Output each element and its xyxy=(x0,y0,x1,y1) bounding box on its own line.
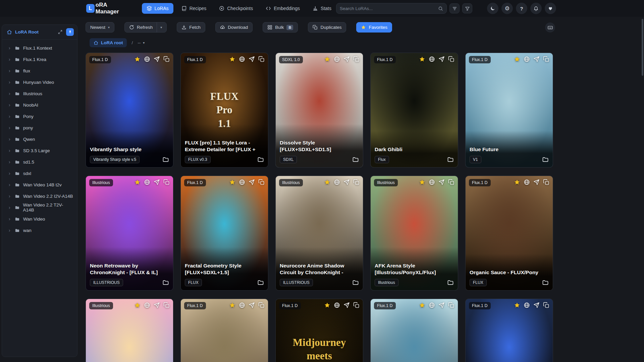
lora-card[interactable]: Flux.1 D Vibrantly Sharp style Vibrantl xyxy=(86,53,173,168)
folder-tree-item[interactable]: › Illustrious xyxy=(2,88,77,99)
chevron-right-icon[interactable]: › xyxy=(9,205,11,210)
chevron-right-icon[interactable]: › xyxy=(9,171,11,176)
folder-tree-item[interactable]: › Pony xyxy=(2,111,77,122)
open-folder-icon[interactable] xyxy=(542,279,549,286)
lora-card[interactable]: Midjourney meets FLUX Flux.1 D xyxy=(275,299,363,362)
send-icon[interactable] xyxy=(343,56,350,62)
copy-icon[interactable] xyxy=(448,56,454,62)
sidebar-root-label[interactable]: LoRA Root xyxy=(15,29,39,35)
lora-card[interactable]: Flux.1 D Dark Ghibli Flux xyxy=(370,53,458,168)
notifications-button[interactable] xyxy=(530,3,542,14)
chevron-right-icon[interactable]: › xyxy=(9,148,11,153)
send-icon[interactable] xyxy=(533,179,540,185)
lora-card[interactable]: Flux.1 D xyxy=(180,299,268,362)
expand-all-icon[interactable] xyxy=(58,29,63,35)
folder-tree-item[interactable]: › flux xyxy=(2,65,77,76)
breadcrumb-root[interactable]: LoRA root xyxy=(90,38,127,47)
support-button[interactable] xyxy=(545,3,556,14)
page-scrollbar[interactable] xyxy=(642,19,643,360)
chevron-right-icon[interactable]: › xyxy=(9,125,11,130)
send-icon[interactable] xyxy=(438,302,445,308)
folder-tree-item[interactable]: › Wan Video 14B t2v xyxy=(2,179,77,190)
app-logo[interactable]: L oRA Manager xyxy=(86,2,130,15)
lora-card[interactable]: FLUX Pro 1.1 Flux.1 D FLUX [pro] 1.1 Sty… xyxy=(180,53,268,168)
folder-tree-item[interactable]: › Qwen xyxy=(2,133,77,145)
chevron-right-icon[interactable]: › xyxy=(9,91,11,96)
copy-icon[interactable] xyxy=(258,179,265,185)
favorite-star-icon[interactable] xyxy=(229,302,235,308)
lora-card[interactable]: Illustrious Neon Retrowave by ChronoKnig… xyxy=(86,176,173,291)
bulk-button[interactable]: Bulk B xyxy=(263,22,298,33)
copy-icon[interactable] xyxy=(163,56,170,62)
favorite-star-icon[interactable] xyxy=(419,302,425,308)
send-icon[interactable] xyxy=(533,56,540,62)
open-folder-icon[interactable] xyxy=(162,279,169,286)
lora-card[interactable]: Flux.1 D xyxy=(370,299,458,362)
open-folder-icon[interactable] xyxy=(352,279,359,286)
globe-icon[interactable] xyxy=(144,56,150,62)
folder-tree-item[interactable]: › SD 3.5 Large xyxy=(2,145,77,156)
chevron-right-icon[interactable]: › xyxy=(9,46,11,50)
open-folder-icon[interactable] xyxy=(162,156,169,163)
send-icon[interactable] xyxy=(533,302,540,308)
copy-icon[interactable] xyxy=(543,302,549,308)
favorite-star-icon[interactable] xyxy=(229,179,235,185)
folder-tree-item[interactable]: › sdxl xyxy=(2,168,77,179)
favorite-star-icon[interactable] xyxy=(324,179,330,185)
lora-card[interactable]: Illustrious AFK Arena Style [Illustrious… xyxy=(370,176,458,291)
copy-icon[interactable] xyxy=(543,179,549,185)
lora-card[interactable]: Flux.1 D xyxy=(465,299,553,362)
open-folder-icon[interactable] xyxy=(447,279,454,286)
chevron-right-icon[interactable]: › xyxy=(9,68,11,73)
copy-icon[interactable] xyxy=(353,302,360,308)
filter-button[interactable] xyxy=(462,3,472,13)
chevron-right-icon[interactable]: › xyxy=(9,80,11,84)
copy-icon[interactable] xyxy=(543,56,549,62)
chevron-right-icon[interactable]: › xyxy=(9,103,11,107)
globe-icon[interactable] xyxy=(239,302,245,308)
globe-icon[interactable] xyxy=(144,302,150,308)
send-icon[interactable] xyxy=(154,56,160,62)
send-icon[interactable] xyxy=(438,179,445,185)
nav-item-recipes[interactable]: Recipes xyxy=(177,3,211,14)
send-icon[interactable] xyxy=(343,179,350,185)
globe-icon[interactable] xyxy=(334,302,340,308)
copy-icon[interactable] xyxy=(163,302,170,308)
lora-card[interactable]: Flux.1 D Fractal Geometry Style [FLUX+SD… xyxy=(180,176,268,291)
favorite-star-icon[interactable] xyxy=(229,56,235,62)
chevron-right-icon[interactable]: › xyxy=(9,160,11,164)
folder-tree-item[interactable]: › Wan Video xyxy=(2,213,77,225)
globe-icon[interactable] xyxy=(429,179,435,185)
help-button[interactable]: ? xyxy=(516,3,527,14)
favorite-star-icon[interactable] xyxy=(514,302,520,308)
chevron-right-icon[interactable]: › xyxy=(9,137,11,141)
globe-icon[interactable] xyxy=(239,179,245,185)
folder-tree-item[interactable]: › NoobAI xyxy=(2,99,77,111)
theme-toggle-button[interactable] xyxy=(487,3,498,14)
favorite-star-icon[interactable] xyxy=(514,179,520,185)
download-button[interactable]: Download xyxy=(215,22,253,33)
favorite-star-icon[interactable] xyxy=(134,56,141,62)
refresh-button[interactable]: Refresh ▾ xyxy=(124,22,167,33)
search-input[interactable] xyxy=(340,6,438,11)
folder-tree-item[interactable]: › Wan Video 2.2 I2V-A14B xyxy=(2,190,77,202)
send-icon[interactable] xyxy=(249,56,255,62)
favorite-star-icon[interactable] xyxy=(419,179,425,185)
favorite-star-icon[interactable] xyxy=(134,302,141,308)
scrollbar-thumb[interactable] xyxy=(642,19,643,76)
copy-icon[interactable] xyxy=(258,302,265,308)
search-icon[interactable] xyxy=(438,6,443,11)
lora-card[interactable]: Illustrious xyxy=(86,299,173,362)
folder-tree-item[interactable]: › Flux.1 Kontext xyxy=(2,42,77,54)
favorite-star-icon[interactable] xyxy=(134,179,141,185)
lora-card[interactable]: Flux.1 D Blue Future V1 xyxy=(465,53,553,168)
caret-down-icon[interactable]: ▾ xyxy=(160,26,162,29)
chevron-right-icon[interactable]: › xyxy=(9,57,11,62)
send-icon[interactable] xyxy=(154,179,160,185)
open-folder-icon[interactable] xyxy=(257,156,264,163)
nav-item-stats[interactable]: Stats xyxy=(308,3,336,14)
open-folder-icon[interactable] xyxy=(352,156,359,163)
send-icon[interactable] xyxy=(438,56,445,62)
globe-icon[interactable] xyxy=(429,56,435,62)
sort-select[interactable]: Newest ▾ xyxy=(86,22,114,33)
